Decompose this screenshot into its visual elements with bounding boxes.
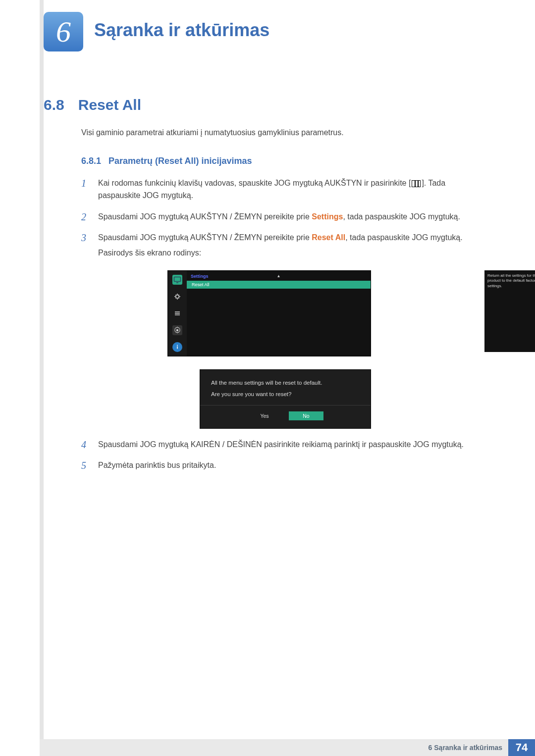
section-number: 6.8 xyxy=(44,97,64,113)
osd-item-reset-all[interactable]: Reset All xyxy=(187,281,371,289)
section-heading: 6.8 Reset All xyxy=(44,97,484,113)
step-number: 2 xyxy=(81,211,90,223)
osd-title: Settings xyxy=(191,274,209,279)
step-text: Spausdami JOG mygtuką AUKŠTYN / ŽEMYN pe… xyxy=(98,232,463,259)
no-button[interactable]: No xyxy=(289,411,323,420)
step-text: Spausdami JOG mygtuką AUKŠTYN / ŽEMYN pe… xyxy=(98,211,460,223)
svg-rect-0 xyxy=(174,277,181,281)
footer-page-number: 74 xyxy=(508,739,535,756)
dialog-message: All the menu settings will be reset to d… xyxy=(211,379,360,387)
keyword-settings: Settings xyxy=(312,212,343,221)
osd-title-row: Settings ▲ xyxy=(187,271,371,281)
step-list: 1 Kai rodomas funkcinių klavišų vadovas,… xyxy=(81,177,484,259)
osd-main: Settings ▲ Reset All xyxy=(187,271,371,356)
step-5: 5 Pažymėta parinktis bus pritaikyta. xyxy=(81,459,484,472)
dialog-buttons: Yes No xyxy=(211,411,360,420)
osd-menu: Settings ▲ Reset All Return all the sett… xyxy=(167,270,371,356)
keyword-reset-all: Reset All xyxy=(312,233,345,242)
svg-rect-8 xyxy=(177,346,178,349)
dialog-question: Are you sure you want to reset? xyxy=(211,391,360,397)
step-number: 5 xyxy=(81,459,90,471)
step-1: 1 Kai rodomas funkcinių klavišų vadovas,… xyxy=(81,177,484,202)
menu-icon xyxy=(412,180,421,187)
page-margin-strip xyxy=(40,0,44,756)
svg-point-7 xyxy=(177,345,178,346)
step-2: 2 Spausdami JOG mygtuką AUKŠTYN / ŽEMYN … xyxy=(81,211,484,223)
subsection-number: 6.8.1 xyxy=(81,156,101,166)
info-icon xyxy=(172,342,182,352)
osd-sidebar xyxy=(168,271,187,356)
footer-chapter-title: 6 Sąranka ir atkūrimas xyxy=(40,739,508,756)
resize-icon xyxy=(172,292,182,302)
step-number: 4 xyxy=(81,439,90,451)
section-title: Reset All xyxy=(78,97,141,113)
subsection-title: Parametrų (Reset All) inicijavimas xyxy=(108,156,252,166)
step-number: 3 xyxy=(81,232,90,244)
dialog-divider xyxy=(200,405,371,405)
content-area: 6.8 Reset All Visi gaminio parametrai at… xyxy=(44,97,484,472)
chapter-title: Sąranka ir atkūrimas xyxy=(94,20,269,41)
subsection-heading: 6.8.1 Parametrų (Reset All) inicijavimas xyxy=(81,156,484,166)
step-3-note: Pasirodys šis ekrano rodinys: xyxy=(98,247,463,259)
osd-body xyxy=(187,289,371,353)
arrow-up-icon: ▲ xyxy=(277,274,281,278)
chapter-number-badge: 6 xyxy=(44,12,83,51)
step-text: Spausdami JOG mygtuką KAIRĖN / DEŠINĖN p… xyxy=(98,439,464,451)
osd-hint-text: Return all the settings for the product … xyxy=(484,270,535,352)
step-4: 4 Spausdami JOG mygtuką KAIRĖN / DEŠINĖN… xyxy=(81,439,484,451)
page-footer: 6 Sąranka ir atkūrimas 74 xyxy=(0,739,535,756)
yes-button[interactable]: Yes xyxy=(247,411,282,420)
list-icon xyxy=(172,308,182,318)
gear-icon xyxy=(172,325,182,335)
monitor-icon xyxy=(172,275,182,285)
reset-confirm-dialog: All the menu settings will be reset to d… xyxy=(200,369,371,429)
svg-point-6 xyxy=(176,329,178,331)
step-3: 3 Spausdami JOG mygtuką AUKŠTYN / ŽEMYN … xyxy=(81,232,484,259)
svg-rect-2 xyxy=(176,295,179,298)
step-text: Pažymėta parinktis bus pritaikyta. xyxy=(98,459,216,472)
step-list-2: 4 Spausdami JOG mygtuką KAIRĖN / DEŠINĖN… xyxy=(81,439,484,472)
osd-screenshot-wrap: Settings ▲ Reset All Return all the sett… xyxy=(44,270,484,356)
section-intro: Visi gaminio parametrai atkuriami į numa… xyxy=(81,128,484,137)
step-text: Kai rodomas funkcinių klavišų vadovas, s… xyxy=(98,177,484,202)
step-number: 1 xyxy=(81,177,90,189)
